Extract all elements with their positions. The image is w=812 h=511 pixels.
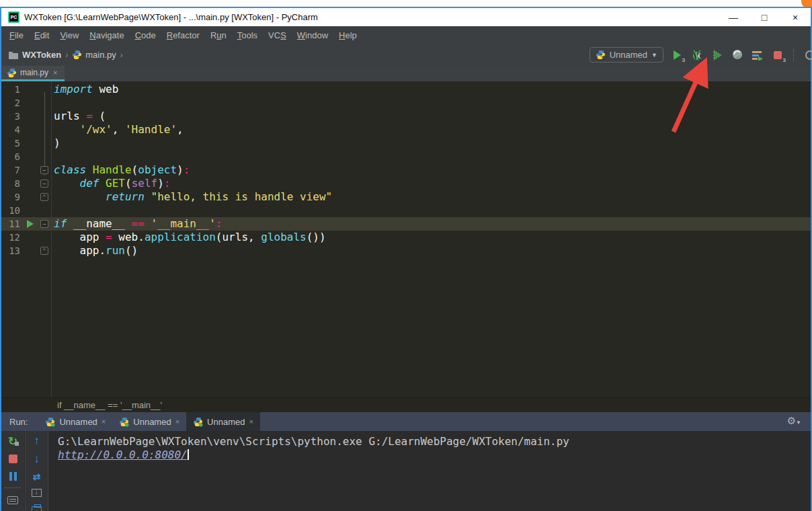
- run-toolbar: Unnamed ▼ 33: [590, 47, 811, 63]
- code-line-9[interactable]: 9⌃ return "hello, this is handle view": [1, 190, 811, 204]
- close-button[interactable]: ×: [780, 8, 811, 26]
- tab-label: main.py: [20, 68, 48, 77]
- profiler-button[interactable]: [731, 48, 744, 62]
- run-button[interactable]: 3: [670, 48, 684, 62]
- menu-tools[interactable]: Tools: [232, 28, 263, 42]
- line-number: 7: [1, 163, 20, 177]
- python-icon: [596, 50, 606, 60]
- code-text: return "hello, this is handle view": [54, 190, 332, 204]
- menu-run[interactable]: Run: [205, 28, 232, 42]
- code-line-6[interactable]: 6: [1, 150, 811, 163]
- code-editor[interactable]: 1import web23urls = (4 '/wx', 'Handle',5…: [1, 81, 811, 397]
- console-link-line[interactable]: http://0.0.0.0:8080/: [58, 448, 811, 462]
- pycharm-window: PC WXToken [G:\LearnWebPage\WXToken] - .…: [0, 7, 812, 511]
- code-text: '/wx', 'Handle',: [54, 123, 184, 136]
- breadcrumb-item-WXToken[interactable]: WXToken: [8, 50, 61, 60]
- pycharm-logo-icon: PC: [8, 11, 19, 23]
- tab-main-py[interactable]: main.py ×: [1, 66, 65, 81]
- menu-window[interactable]: Window: [292, 28, 333, 42]
- running-count-badge: 3: [783, 58, 786, 63]
- breadcrumb: WXToken› main.py›: [1, 50, 590, 60]
- stop-icon[interactable]: [6, 453, 19, 465]
- menu-file[interactable]: File: [4, 28, 29, 42]
- print-icon[interactable]: [30, 504, 44, 511]
- maximize-button[interactable]: □: [749, 8, 780, 26]
- show-console-icon[interactable]: [6, 494, 19, 506]
- line-number: 9: [1, 190, 20, 204]
- line-number: 4: [1, 123, 20, 136]
- code-line-10[interactable]: 10: [1, 204, 811, 217]
- console-toolbar: ↑ ↓ ⇄: [25, 431, 48, 511]
- code-line-8[interactable]: 8− def GET(self):: [1, 177, 811, 190]
- fold-end-icon[interactable]: ⌃: [40, 193, 48, 201]
- stop-button[interactable]: 3: [771, 48, 784, 62]
- run-config-selector[interactable]: Unnamed ▼: [590, 47, 663, 63]
- line-number: 10: [1, 204, 20, 217]
- coverage-button[interactable]: [710, 48, 724, 62]
- fold-collapse-icon[interactable]: −: [40, 180, 48, 188]
- scroll-to-end-icon[interactable]: [30, 488, 44, 498]
- menu-vcs[interactable]: VCS: [263, 28, 292, 42]
- run-tab-3[interactable]: Unnamed×: [186, 412, 260, 431]
- fold-collapse-icon[interactable]: −: [40, 220, 48, 228]
- run-tab-2[interactable]: Unnamed×: [112, 412, 186, 431]
- menu-refactor[interactable]: Refactor: [161, 28, 205, 42]
- console-output[interactable]: G:\LearnWebPage\WXToken\venv\Scripts\pyt…: [48, 431, 811, 511]
- code-text: app.run(): [54, 244, 138, 258]
- soft-wrap-icon[interactable]: ⇄: [30, 471, 44, 482]
- run-line-icon[interactable]: [27, 220, 34, 228]
- code-line-2[interactable]: 2: [1, 96, 811, 110]
- minimize-button[interactable]: —: [718, 8, 749, 26]
- up-stack-icon[interactable]: ↑: [30, 435, 44, 447]
- menu-view[interactable]: View: [54, 28, 84, 42]
- run-icon: [672, 50, 682, 61]
- run-panel-label: Run:: [9, 417, 28, 427]
- code-line-4[interactable]: 4 '/wx', 'Handle',: [1, 123, 811, 136]
- pause-output-icon[interactable]: [6, 471, 19, 482]
- stop-icon: [773, 50, 782, 60]
- close-tab-icon[interactable]: ×: [249, 418, 253, 426]
- line-number: 6: [1, 150, 20, 163]
- code-line-3[interactable]: 3urls = (: [1, 110, 811, 123]
- concurrency-button[interactable]: [751, 48, 764, 62]
- editor-breadcrumb[interactable]: if __name__ == '__main__': [57, 400, 162, 410]
- code-text: ): [54, 136, 60, 150]
- folder-icon: [8, 50, 19, 60]
- run-config-label: Unnamed: [610, 50, 647, 60]
- close-tab-icon[interactable]: ×: [175, 418, 179, 426]
- code-line-11[interactable]: 11−if __name__ == '__main__':: [1, 217, 811, 231]
- code-text: def GET(self):: [54, 177, 170, 190]
- debug-button[interactable]: [690, 48, 704, 62]
- run-settings[interactable]: ⚙▼: [787, 415, 801, 427]
- search-everywhere-icon[interactable]: [803, 48, 812, 62]
- running-count-badge: 3: [682, 58, 685, 63]
- python-icon: [72, 50, 82, 60]
- python-icon: [45, 417, 55, 427]
- fold-collapse-icon[interactable]: −: [40, 166, 48, 174]
- menu-edit[interactable]: Edit: [29, 28, 54, 42]
- down-stack-icon[interactable]: ↓: [30, 453, 44, 465]
- rerun-icon[interactable]: ↻: [6, 435, 19, 447]
- code-line-5[interactable]: 5): [1, 136, 811, 150]
- editor-tab-bar: main.py ×: [1, 66, 811, 81]
- code-line-12[interactable]: 12 app = web.application(urls, globals()…: [1, 231, 811, 244]
- code-line-7[interactable]: 7−class Handle(object):: [1, 163, 811, 177]
- console-link[interactable]: http://0.0.0.0:8080/: [58, 448, 188, 461]
- breadcrumb-item-main.py[interactable]: main.py: [72, 50, 116, 60]
- menu-navigate[interactable]: Navigate: [84, 28, 129, 42]
- close-tab-icon[interactable]: ×: [102, 418, 106, 426]
- code-line-1[interactable]: 1import web: [1, 83, 811, 96]
- code-line-13[interactable]: 13⌃ app.run(): [1, 244, 811, 258]
- close-tab-icon[interactable]: ×: [53, 69, 57, 77]
- editor-breadcrumb-bar: if __name__ == '__main__': [1, 397, 811, 412]
- menu-code[interactable]: Code: [130, 28, 161, 42]
- console-line: G:\LearnWebPage\WXToken\venv\Scripts\pyt…: [58, 435, 811, 448]
- fold-end-icon[interactable]: ⌃: [40, 247, 48, 255]
- run-panel-body: ↻ ↑ ↓ ⇄ G:\LearnWebPage\WXToken\venv\Scr…: [1, 431, 811, 511]
- concurrency-icon: [752, 50, 764, 61]
- run-tab-label: Unnamed: [207, 417, 245, 427]
- menu-help[interactable]: Help: [333, 28, 362, 42]
- run-toolbar-left: ↻: [1, 431, 24, 511]
- run-tab-1[interactable]: Unnamed×: [38, 412, 112, 431]
- chevron-down-icon: ▼: [651, 52, 657, 58]
